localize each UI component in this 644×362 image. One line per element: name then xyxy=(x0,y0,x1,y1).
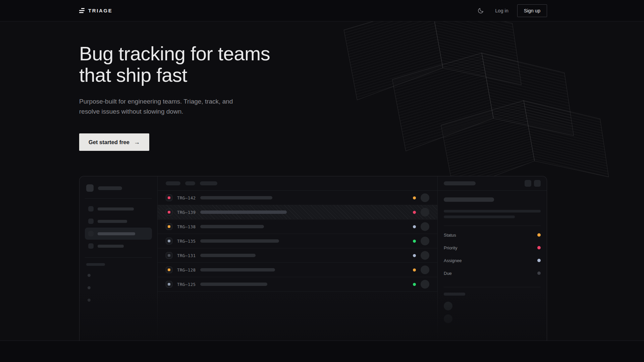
detail-panel-body: Status Priority Assignee Due xyxy=(438,191,547,323)
issue-badge-dot xyxy=(168,240,170,242)
top-nav: TRIAGE Log in Sign up xyxy=(0,0,644,21)
issue-badge-dot xyxy=(168,283,170,286)
sidebar-nav-item xyxy=(85,240,152,252)
issue-status-dot xyxy=(413,283,416,286)
detail-panel-header xyxy=(438,176,547,191)
issue-code: TRG–125 xyxy=(177,282,196,287)
panel-field-dot xyxy=(537,246,541,249)
issue-status-dot xyxy=(413,225,416,228)
sidebar-nav-item xyxy=(85,203,152,215)
comment-avatar-skeleton xyxy=(444,302,452,310)
signup-button[interactable]: Sign up xyxy=(517,4,547,17)
issue-type-badge xyxy=(166,238,172,244)
sidebar-item-icon-skeleton xyxy=(88,243,94,249)
comments-label-skeleton xyxy=(444,293,465,296)
hero-heading-line1: Bug tracking for teams xyxy=(79,43,270,64)
issue-row: TRG–142 xyxy=(158,191,437,205)
panel-field-dot xyxy=(537,259,541,262)
mockup-issue-list: TRG–142 TRG–139 TRG–138 TRG–135 TRG–131 xyxy=(158,176,438,341)
panel-field-row: Priority xyxy=(444,241,541,254)
sidebar-divider xyxy=(85,198,152,199)
issue-assignee-avatar xyxy=(421,237,429,245)
filter-pill-skeleton xyxy=(166,181,180,185)
mockup-workspace-header xyxy=(85,182,152,198)
filter-pill-skeleton xyxy=(200,181,217,185)
footer xyxy=(0,341,644,362)
issue-badge-dot xyxy=(168,196,170,199)
issue-row: TRG–125 xyxy=(158,277,437,292)
issue-title-skeleton xyxy=(200,254,256,257)
panel-field-dot xyxy=(537,233,541,237)
login-link[interactable]: Log in xyxy=(495,8,508,13)
panel-field-row: Assignee xyxy=(444,254,541,267)
sidebar-dots xyxy=(85,274,152,302)
issue-type-badge xyxy=(166,209,172,216)
issue-code: TRG–128 xyxy=(177,267,196,273)
issue-code: TRG–142 xyxy=(177,195,196,200)
issue-title-skeleton xyxy=(200,225,264,228)
issue-assignee-avatar xyxy=(421,265,429,274)
sidebar-item-icon-skeleton xyxy=(88,206,94,212)
issue-assignee-avatar xyxy=(421,193,429,202)
issue-row: TRG–139 xyxy=(158,205,437,220)
sidebar-nav-item xyxy=(85,215,152,227)
sidebar-dot xyxy=(88,274,91,277)
brand-name: TRIAGE xyxy=(88,8,112,13)
issue-badge-dot xyxy=(168,268,170,271)
panel-divider xyxy=(444,287,541,287)
panel-field-label: Status xyxy=(444,233,456,238)
issue-status-dot xyxy=(413,268,416,272)
issue-type-badge xyxy=(166,194,172,201)
issue-status-dot xyxy=(413,254,416,257)
issue-assignee-avatar xyxy=(421,251,429,260)
sidebar-item-label-skeleton xyxy=(98,232,135,235)
issue-type-badge xyxy=(166,266,172,273)
panel-field-dot xyxy=(537,272,541,275)
issue-code: TRG–131 xyxy=(177,253,196,258)
panel-field-label: Priority xyxy=(444,245,457,250)
app-mockup: TRG–142 TRG–139 TRG–138 TRG–135 TRG–131 xyxy=(79,176,547,341)
issue-type-badge xyxy=(166,252,172,259)
sidebar-divider xyxy=(85,257,152,258)
hero-heading: Bug tracking for teams that ship fast xyxy=(79,43,270,86)
issue-status-dot xyxy=(413,196,416,199)
sidebar-section-label-skeleton xyxy=(85,263,152,266)
workspace-name-skeleton xyxy=(98,186,122,190)
issue-badge-dot xyxy=(168,254,170,257)
issue-row: TRG–128 xyxy=(158,263,437,277)
issue-type-badge xyxy=(166,281,172,288)
issue-badge-dot xyxy=(168,211,170,214)
panel-divider xyxy=(444,226,541,226)
get-started-label: Get started free xyxy=(89,139,129,145)
issue-title-skeleton xyxy=(200,196,272,199)
mockup-sidebar xyxy=(79,176,158,341)
issue-row: TRG–131 xyxy=(158,248,437,263)
issue-list-header xyxy=(158,176,437,191)
mockup-detail-panel: Status Priority Assignee Due xyxy=(438,176,547,341)
sidebar-dot xyxy=(88,286,91,289)
issue-title-skeleton xyxy=(200,283,267,286)
workspace-avatar xyxy=(86,184,94,192)
panel-button-icon xyxy=(534,180,541,187)
issue-title-skeleton xyxy=(200,239,279,243)
issue-assignee-avatar xyxy=(421,222,429,231)
moon-icon xyxy=(477,7,484,14)
filter-pill-skeleton xyxy=(185,181,195,185)
get-started-button[interactable]: Get started free → xyxy=(79,133,149,151)
issue-list: TRG–142 TRG–139 TRG–138 TRG–135 TRG–131 xyxy=(158,191,437,292)
panel-button-icon xyxy=(525,180,531,187)
panel-fields: Status Priority Assignee Due xyxy=(444,229,541,280)
issue-code: TRG–135 xyxy=(177,239,196,244)
sidebar-nav-item xyxy=(85,228,152,240)
issue-row: TRG–138 xyxy=(158,220,437,234)
issue-badge-dot xyxy=(168,225,170,228)
brand[interactable]: TRIAGE xyxy=(79,8,112,13)
issue-title-skeleton xyxy=(444,197,494,202)
issue-status-dot xyxy=(413,211,416,214)
issue-type-badge xyxy=(166,223,172,230)
issue-row: TRG–135 xyxy=(158,234,437,248)
issue-code: TRG–138 xyxy=(177,224,196,229)
description-skeleton xyxy=(444,216,515,218)
theme-toggle-button[interactable] xyxy=(475,5,486,16)
issue-title-skeleton xyxy=(200,268,275,272)
